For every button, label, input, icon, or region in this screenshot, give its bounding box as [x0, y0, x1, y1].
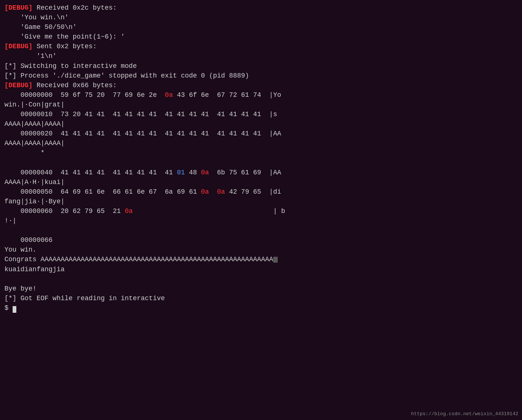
line-empty-3 — [4, 274, 518, 284]
line-17: 00000040 41 41 41 41 41 41 41 41 41 01 4… — [4, 168, 518, 177]
line-5: [DEBUG] Sent 0x2 bytes: — [4, 42, 518, 51]
line-19: 00000050 64 69 61 6e 66 61 6e 67 6a 69 6… — [4, 187, 518, 197]
line-29: $ — [4, 303, 518, 313]
line-22: !·| — [4, 216, 518, 226]
terminal-cursor — [13, 306, 16, 313]
line-28: [*] Got EOF while reading in interactive — [4, 293, 518, 303]
line-13: AAAA|AAAA|AAAA| — [4, 119, 518, 129]
line-7: [*] Switching to interactive mode — [4, 61, 518, 71]
debug-tag-2: [DEBUG] — [4, 43, 33, 50]
line-27: Bye bye! — [4, 284, 518, 293]
line-16: * — [4, 148, 518, 158]
line-10: 00000000 59 6f 75 20 77 69 6e 2e 0a 43 6… — [4, 90, 518, 100]
line-23: 00000066 — [4, 235, 518, 245]
line-15: AAAA|AAAA|AAAA| — [4, 138, 518, 148]
line-2: 'You win.\n' — [4, 13, 518, 22]
line-20: fang|jia·|·Bye| — [4, 197, 518, 206]
line-1-text: Received 0x2c bytes: — [33, 4, 117, 12]
line-empty-1 — [4, 158, 518, 168]
line-21: 00000060 20 62 79 65 21 0a | b — [4, 206, 518, 216]
terminal-output: [DEBUG] Received 0x2c bytes: 'You win.\n… — [0, 0, 522, 420]
line-6: '1\n' — [4, 51, 518, 61]
line-26: kuaidianfangjia — [4, 265, 518, 274]
debug-tag-1: [DEBUG] — [4, 4, 33, 12]
line-11: win.|·Con|grat| — [4, 100, 518, 109]
line-empty-2 — [4, 226, 518, 235]
debug-tag-3: [DEBUG] — [4, 82, 33, 89]
line-14: 00000020 41 41 41 41 41 41 41 41 41 41 4… — [4, 129, 518, 138]
scrollbar-indicator: ↕ — [273, 257, 278, 263]
line-1: [DEBUG] Received 0x2c bytes: — [4, 3, 518, 13]
url-watermark: https://blog.csdn.net/weixin_44319142 — [411, 411, 518, 418]
line-25: Congrats AAAAAAAAAAAAAAAAAAAAAAAAAAAAAAA… — [4, 255, 518, 264]
line-18: AAAA|A·H·|kuai| — [4, 177, 518, 187]
line-12: 00000010 73 20 41 41 41 41 41 41 41 41 4… — [4, 109, 518, 119]
line-9: [DEBUG] Received 0x66 bytes: — [4, 81, 518, 90]
line-3: 'Game 50/50\n' — [4, 22, 518, 32]
line-24: You win. — [4, 245, 518, 255]
line-4: 'Give me the point(1~6): ' — [4, 32, 518, 42]
line-8: [*] Process './dice_game' stopped with e… — [4, 71, 518, 81]
